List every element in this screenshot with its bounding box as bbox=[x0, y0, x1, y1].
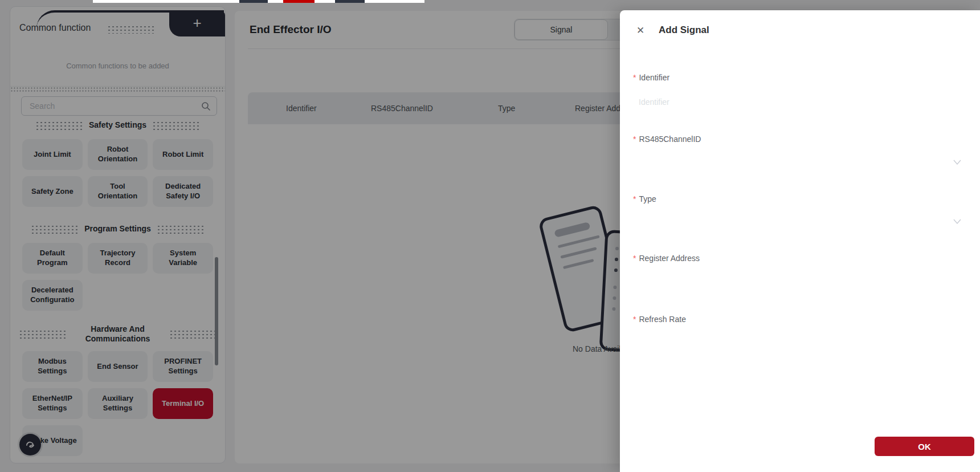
toolbar-chip-red bbox=[283, 0, 315, 3]
rs485channelid-select[interactable] bbox=[633, 150, 966, 176]
refresh-rate-input[interactable] bbox=[633, 332, 966, 356]
toolbar-chip-dark bbox=[239, 0, 268, 3]
required-mark: * bbox=[633, 73, 636, 82]
add-signal-drawer: ✕ Add Signal *Identifier *RS485ChannelID… bbox=[620, 10, 980, 472]
required-mark: * bbox=[633, 254, 636, 263]
identifier-label: *Identifier bbox=[633, 73, 669, 82]
chevron-down-icon[interactable] bbox=[953, 218, 962, 225]
toolbar-chip-dark bbox=[335, 0, 365, 3]
required-mark: * bbox=[633, 315, 636, 324]
type-label: *Type bbox=[633, 194, 656, 204]
identifier-input[interactable] bbox=[633, 90, 966, 114]
browser-strip bbox=[93, 0, 424, 3]
type-select[interactable] bbox=[633, 210, 966, 235]
register-address-input[interactable] bbox=[633, 271, 966, 295]
required-mark: * bbox=[633, 135, 636, 144]
drawer-title: Add Signal bbox=[659, 25, 709, 36]
refresh-rate-label: *Refresh Rate bbox=[633, 315, 686, 324]
chevron-down-icon[interactable] bbox=[953, 159, 962, 166]
rs485channelid-label: *RS485ChannelID bbox=[633, 135, 701, 144]
register-address-label: *Register Address bbox=[633, 254, 700, 263]
required-mark: * bbox=[633, 194, 636, 204]
ok-button[interactable]: OK bbox=[875, 437, 974, 456]
close-icon[interactable]: ✕ bbox=[634, 24, 647, 36]
